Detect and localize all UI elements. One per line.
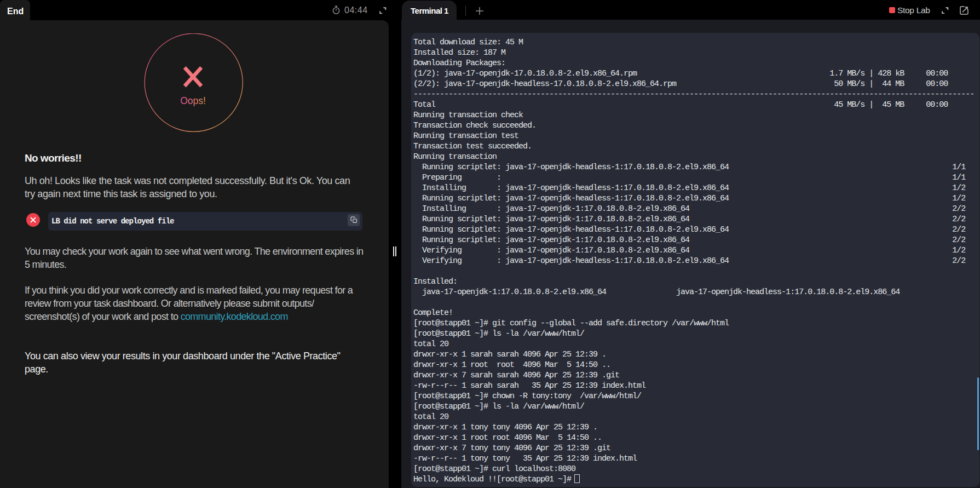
svg-text:Oops!: Oops! (180, 95, 206, 106)
